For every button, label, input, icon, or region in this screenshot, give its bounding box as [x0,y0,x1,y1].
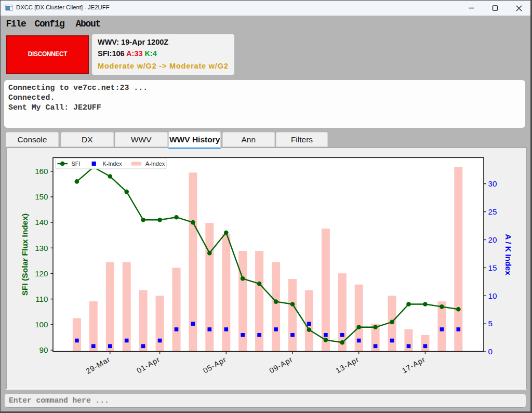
svg-text:120: 120 [35,269,48,278]
svg-text:25: 25 [488,207,497,216]
svg-text:A / K Index: A / K Index [504,234,513,275]
svg-text:A-Index: A-Index [145,161,165,167]
svg-text:SFI: SFI [72,161,81,167]
svg-text:100: 100 [35,320,48,329]
svg-text:29-Mar: 29-Mar [84,355,112,376]
svg-text:09-Apr: 09-Apr [268,355,295,375]
svg-text:5: 5 [488,319,493,328]
svg-text:10: 10 [488,291,497,300]
svg-text:30: 30 [488,179,497,188]
svg-text:17-Apr: 17-Apr [401,355,427,375]
svg-text:160: 160 [35,167,48,176]
svg-text:150: 150 [35,192,48,201]
svg-text:20: 20 [488,235,497,244]
svg-text:15: 15 [488,263,497,272]
svg-text:130: 130 [35,244,48,252]
svg-text:K-Index: K-Index [103,161,123,167]
svg-text:13-Apr: 13-Apr [334,355,361,375]
svg-text:110: 110 [35,295,48,303]
svg-text:01-Apr: 01-Apr [135,355,162,375]
svg-text:90: 90 [39,345,48,354]
svg-text:SFI (Solar Flux Index): SFI (Solar Flux Index) [20,214,29,296]
svg-text:05-Apr: 05-Apr [202,355,228,375]
svg-text:140: 140 [35,218,48,227]
svg-text:0: 0 [488,347,493,356]
